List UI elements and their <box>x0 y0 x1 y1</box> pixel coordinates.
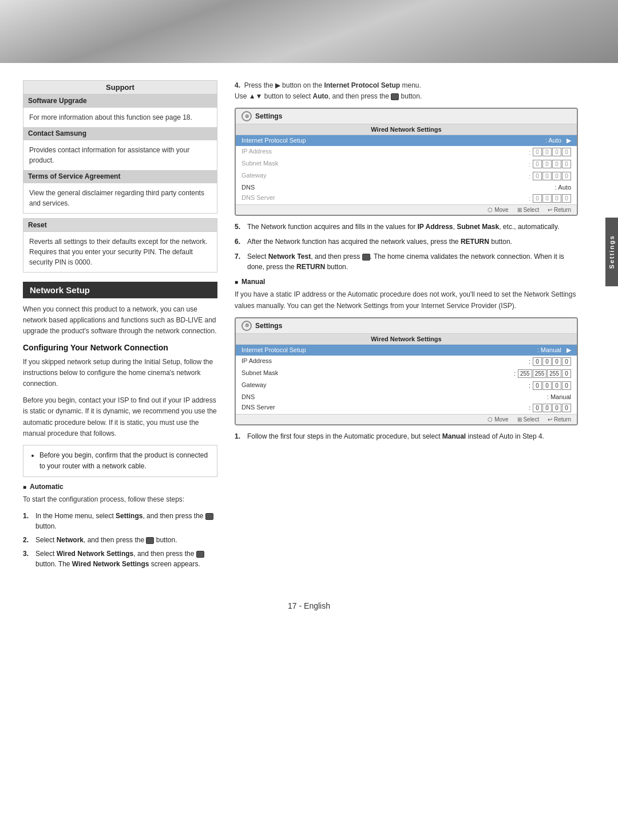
bullet-item: Before you begin, confirm that the produ… <box>39 450 210 472</box>
step-5: 5. The Network function acquires and fil… <box>235 222 578 232</box>
settings-row-subnet-manual: Subnet Mask : 2552552550 <box>236 368 577 380</box>
terms-heading: Terms of Service Agreement <box>23 170 217 183</box>
settings-row-dns: DNS : Auto <box>236 182 577 192</box>
settings-row-dns-server-manual: DNS Server : 0000 <box>236 402 577 414</box>
settings-icon-auto: ⚙ <box>241 111 252 121</box>
software-upgrade-heading: Software Upgrade <box>23 94 217 108</box>
bullet-box: Before you begin, confirm that the produ… <box>23 445 217 477</box>
settings-box-auto: ⚙ Settings Wired Network Settings Intern… <box>235 108 578 216</box>
step4-container: 4. Press the ▶ button on the Internet Pr… <box>235 80 578 102</box>
right-column: 4. Press the ▶ button on the Internet Pr… <box>235 80 595 573</box>
step-7: 7. Select Network Test, and then press .… <box>235 251 578 272</box>
side-tab-label: Settings <box>608 235 615 269</box>
terms-text: View the general disclaimer regarding th… <box>23 183 217 213</box>
manual-step-1: 1. Follow the first four steps in the Au… <box>235 431 578 441</box>
config-heading: Configuring Your Network Connection <box>23 343 217 352</box>
manual-text: If you have a static IP address or the A… <box>235 289 578 311</box>
settings-sub-header-auto: Wired Network Settings <box>236 124 577 135</box>
main-content: Support Software Upgrade For more inform… <box>0 63 618 590</box>
settings-footer-manual: ⬡ Move ⊞ Select ↩ Return <box>236 414 577 424</box>
settings-row-subnet: Subnet Mask : 0000 <box>236 158 577 170</box>
settings-icon-manual: ⚙ <box>241 321 252 331</box>
settings-title-manual: Settings <box>255 322 282 330</box>
reset-text: Reverts all settings to their defaults e… <box>23 231 217 273</box>
reset-heading: Reset <box>23 218 217 231</box>
network-setup-text: When you connect this product to a netwo… <box>23 304 217 337</box>
manual-heading: Manual <box>235 278 578 286</box>
settings-row-gateway-manual: Gateway : 0000 <box>236 380 577 392</box>
settings-row-ip: IP Address : 0000 <box>236 146 577 158</box>
auto-step-1: 1. In the Home menu, select Settings, an… <box>23 511 217 531</box>
settings-title-bar-manual: ⚙ Settings <box>236 318 577 334</box>
contact-samsung-text: Provides contact information for assista… <box>23 140 217 170</box>
config-text2: Before you begin, contact your ISP to fi… <box>23 395 217 439</box>
settings-title-auto: Settings <box>255 112 282 120</box>
support-heading: Support <box>23 81 217 94</box>
contact-samsung-heading: Contact Samsung <box>23 127 217 140</box>
settings-sub-header-manual: Wired Network Settings <box>236 334 577 345</box>
steps-5-7: 5. The Network function acquires and fil… <box>235 222 578 272</box>
settings-row-dns-server: DNS Server : 0000 <box>236 192 577 204</box>
settings-row-gateway: Gateway : 0000 <box>236 170 577 182</box>
auto-step-2: 2. Select Network, and then press the bu… <box>23 535 217 545</box>
auto-step-3: 3. Select Wired Network Settings, and th… <box>23 549 217 569</box>
auto-steps-list: 1. In the Home menu, select Settings, an… <box>23 511 217 569</box>
settings-row-ip-manual: IP Address : 0000 <box>236 356 577 368</box>
support-section: Support Software Upgrade For more inform… <box>23 80 217 214</box>
left-column: Support Software Upgrade For more inform… <box>23 80 217 573</box>
settings-row-dns-manual: DNS : Manual <box>236 392 577 402</box>
page-number-area: 17 - English <box>0 590 618 616</box>
settings-footer-auto: ⬡ Move ⊞ Select ↩ Return <box>236 204 577 215</box>
settings-title-bar-auto: ⚙ Settings <box>236 109 577 124</box>
settings-box-manual: ⚙ Settings Wired Network Settings Intern… <box>235 317 578 425</box>
header-banner <box>0 0 618 63</box>
settings-side-tab: Settings <box>605 218 618 286</box>
manual-steps: 1. Follow the first four steps in the Au… <box>235 431 578 441</box>
step-6: 6. After the Network function has acquir… <box>235 236 578 247</box>
page-language: English <box>304 601 330 610</box>
page-number: 17 <box>288 601 297 610</box>
software-upgrade-text: For more information about this function… <box>23 108 217 127</box>
network-setup-heading: Network Setup <box>23 282 217 298</box>
step4-num: 4. <box>235 81 240 89</box>
automatic-heading: Automatic <box>23 483 217 491</box>
config-text1: If you skipped network setup during the … <box>23 357 217 390</box>
auto-intro: To start the configuration process, foll… <box>23 494 217 505</box>
settings-row-ips: Internet Protocol Setup : Auto ▶ <box>236 135 577 146</box>
settings-row-ips-manual: Internet Protocol Setup : Manual ▶ <box>236 345 577 356</box>
